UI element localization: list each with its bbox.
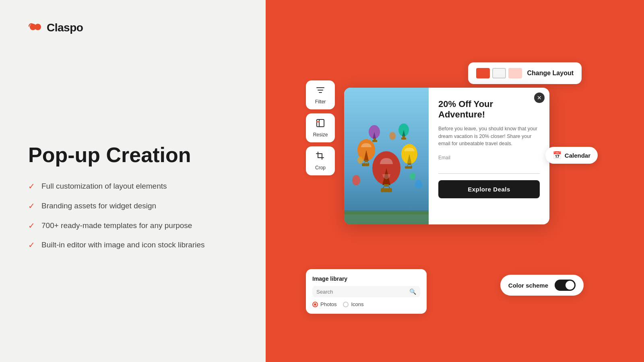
svg-rect-22: [374, 138, 376, 140]
layout-thumb-2: [492, 68, 506, 78]
popup-close-button[interactable]: ✕: [534, 93, 545, 103]
svg-point-27: [352, 175, 360, 185]
popup-image: [344, 88, 429, 224]
radio-icons[interactable]: Icons: [343, 301, 363, 307]
popup-email-input[interactable]: [438, 162, 540, 174]
right-panel: Change Layout Filter Resize: [266, 0, 644, 362]
popup-cta-button[interactable]: Explore Deals: [438, 180, 540, 198]
calendar-badge[interactable]: 📅 Calendar: [545, 147, 598, 164]
filter-label: Filter: [315, 99, 326, 105]
feature-item-3: ✓ 700+ ready-made templates for any purp…: [28, 220, 237, 231]
radio-photos-circle: [312, 302, 318, 307]
image-search-input[interactable]: [316, 289, 407, 295]
svg-point-31: [357, 156, 363, 164]
search-box: 🔍: [312, 286, 420, 297]
check-icon-4: ✓: [28, 240, 35, 250]
layout-thumbnails: [476, 68, 522, 78]
popup-title: 20% Off Your Adventure!: [438, 99, 540, 120]
svg-rect-26: [401, 138, 406, 140]
svg-rect-10: [381, 188, 392, 192]
feature-list: ✓ Full customization of layout elements …: [28, 181, 237, 250]
change-layout-button[interactable]: Change Layout: [468, 62, 582, 84]
radio-group: Photos Icons: [312, 301, 420, 307]
layout-thumb-3: [508, 68, 522, 78]
svg-point-29: [389, 132, 396, 140]
crop-icon: [316, 151, 325, 163]
popup-description: Before you leave, you should know that y…: [438, 125, 540, 148]
resize-label: Resize: [313, 132, 328, 138]
svg-point-28: [415, 180, 422, 189]
popup-email-label: Email: [438, 155, 540, 160]
crop-label: Crop: [315, 165, 326, 171]
calendar-icon: 📅: [553, 151, 561, 160]
svg-rect-33: [344, 210, 429, 214]
search-icon: 🔍: [409, 288, 416, 295]
radio-icons-circle: [343, 302, 349, 307]
radio-icons-label: Icons: [351, 301, 363, 307]
crop-button[interactable]: Crop: [306, 146, 335, 175]
image-library-panel: Image library 🔍 Photos Icons: [306, 269, 427, 314]
radio-photos[interactable]: Photos: [312, 301, 336, 307]
calendar-label: Calendar: [565, 152, 590, 159]
toggle-knob: [566, 281, 574, 290]
svg-rect-15: [362, 163, 369, 166]
resize-button[interactable]: Resize: [306, 113, 335, 142]
image-library-title: Image library: [312, 276, 420, 282]
tool-buttons: Filter Resize Crop: [306, 80, 335, 175]
popup-widget: ✕ 20% Off Your Adventure! Before you lea…: [344, 88, 549, 224]
color-scheme-toggle[interactable]: [555, 280, 576, 291]
feature-item-4: ✓ Built-in editor with image and icon st…: [28, 240, 237, 251]
layout-thumb-1: [476, 68, 490, 78]
svg-rect-7: [384, 184, 389, 187]
color-scheme-label: Color scheme: [508, 282, 548, 289]
svg-rect-25: [402, 136, 405, 138]
calendar-notification-dot: [594, 145, 599, 150]
svg-rect-20: [405, 166, 412, 169]
resize-icon: [316, 118, 325, 130]
claspo-logo-icon: [28, 20, 43, 35]
svg-rect-3: [317, 119, 324, 127]
popup-content: ✕ 20% Off Your Adventure! Before you lea…: [429, 88, 549, 224]
check-icon-2: ✓: [28, 201, 35, 211]
color-scheme-widget: Color scheme: [500, 275, 584, 296]
feature-text-4: Built-in editor with image and icon stoc…: [41, 240, 205, 251]
check-icon-3: ✓: [28, 221, 35, 230]
svg-rect-12: [365, 160, 368, 162]
svg-rect-23: [372, 140, 377, 142]
filter-button[interactable]: Filter: [306, 80, 335, 109]
feature-text-2: Branding assets for widget design: [41, 201, 156, 212]
radio-photos-label: Photos: [320, 301, 336, 307]
filter-icon: [316, 85, 325, 97]
svg-point-30: [410, 173, 415, 180]
page-title: Pop-up Creation: [28, 144, 237, 167]
feature-item-1: ✓ Full customization of layout elements: [28, 181, 237, 192]
logo: Claspo: [28, 20, 83, 35]
feature-item-2: ✓ Branding assets for widget design: [28, 201, 237, 212]
logo-text: Claspo: [47, 21, 83, 34]
check-icon-1: ✓: [28, 181, 35, 191]
feature-text-1: Full customization of layout elements: [41, 181, 167, 192]
svg-rect-17: [408, 163, 411, 165]
left-panel: Claspo Pop-up Creation ✓ Full customizat…: [0, 0, 266, 362]
feature-text-3: 700+ ready-made templates for any purpos…: [41, 220, 192, 231]
change-layout-label: Change Layout: [527, 70, 574, 77]
